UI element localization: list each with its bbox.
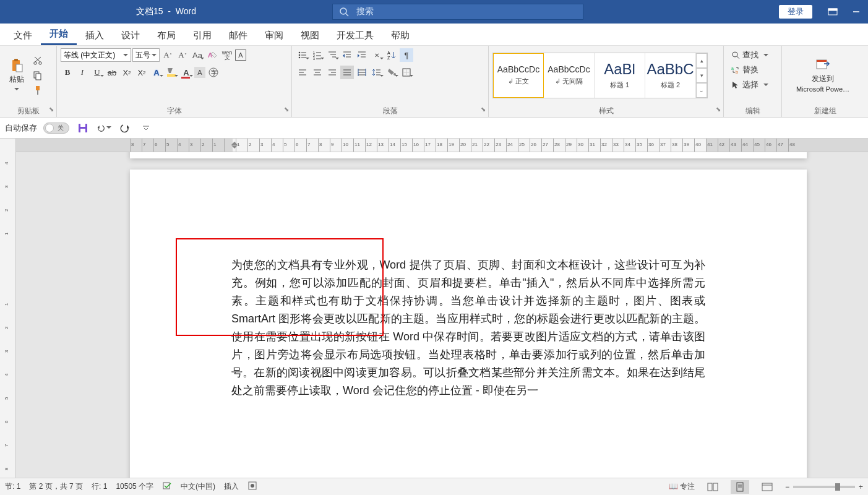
grow-font-button[interactable]: A˄ [161,48,174,62]
sort-button[interactable]: AZ [385,48,398,62]
highlight-button[interactable] [165,66,178,79]
phonetic-guide-button[interactable]: wen文 [220,48,234,62]
status-page[interactable]: 第 2 页，共 7 页 [29,481,83,492]
zoom-control[interactable]: − + [785,483,863,491]
status-macro-icon[interactable] [247,481,257,493]
shrink-font-button[interactable]: A˅ [176,48,189,62]
align-right-button[interactable] [325,66,339,79]
view-web-layout[interactable] [758,480,776,494]
tab-design[interactable]: 设计 [113,25,148,45]
tab-references[interactable]: 引用 [184,25,220,45]
style-gallery[interactable]: AaBbCcDc↲ 正文 AaBbCcDc↲ 无间隔 AaBl标题 1 AaBb… [492,53,708,98]
superscript-button[interactable]: X2 [135,66,148,79]
character-border-button[interactable]: A [235,50,246,61]
style-heading1[interactable]: AaBl标题 1 [595,53,645,98]
asian-layout-button[interactable]: ✕ [370,48,384,62]
cut-button[interactable] [31,54,45,67]
bold-button[interactable]: B [61,66,74,79]
autosave-toggle[interactable]: 关 [43,123,69,134]
horizontal-ruler[interactable]: 8765432112345678910111213141516171819202… [16,139,868,152]
italic-button[interactable]: I [75,66,89,79]
tab-layout[interactable]: 布局 [148,25,184,45]
align-center-button[interactable] [311,66,324,79]
status-spellcheck-icon[interactable] [162,481,172,493]
tab-developer[interactable]: 开发工具 [328,25,382,45]
style-normal[interactable]: AaBbCcDc↲ 正文 [493,53,544,98]
status-focus[interactable]: 📖 专注 [669,481,695,492]
subscript-button[interactable]: X2 [120,66,134,79]
copy-button[interactable] [31,69,45,82]
send-to-icon [815,58,830,72]
tab-insert[interactable]: 插入 [77,25,113,45]
bullets-button[interactable] [296,48,309,62]
hanging-indent-marker[interactable] [231,145,238,152]
font-color-button[interactable]: A [179,66,193,79]
view-print-layout[interactable] [731,480,749,494]
document-area[interactable]: 为使您的文档具有专业外观，Word 提供了页眉、页脚、封面和文本框设计，这些设计… [16,152,868,478]
window-title: 文档15 - Word [136,6,196,17]
style-nospacing[interactable]: AaBbCcDc↲ 无间隔 [544,53,595,98]
zoom-out-button[interactable]: − [785,483,789,491]
distributed-button[interactable] [355,66,369,79]
align-left-button[interactable] [296,66,309,79]
format-painter-button[interactable] [31,84,45,97]
change-case-button[interactable]: Aa [191,48,204,62]
zoom-in-button[interactable]: + [859,483,863,491]
group-clipboard-label: 剪贴板 [17,106,40,116]
justify-button[interactable] [340,66,354,79]
tab-review[interactable]: 审阅 [256,25,292,45]
status-language[interactable]: 中文(中国) [181,481,215,492]
strikethrough-button[interactable]: ab [105,66,119,79]
tab-file[interactable]: 文件 [5,25,41,45]
minimize-button[interactable] [844,0,868,24]
font-name-combo[interactable]: 等线 (中文正文) [61,48,131,62]
send-to-powerpoint-button[interactable]: 发送到 Microsoft Powe… [786,55,860,95]
enclose-character-button[interactable]: 字 [207,66,220,79]
show-marks-button[interactable]: ¶ [400,48,413,62]
line-spacing-button[interactable] [370,66,384,79]
styles-launcher[interactable]: ⬊ [716,106,721,113]
login-button[interactable]: 登录 [779,5,812,19]
style-scroll[interactable]: ▴▾⌄ [696,53,707,98]
status-insert-mode[interactable]: 插入 [224,481,239,492]
numbering-button[interactable]: 123 [311,48,324,62]
ribbon-display-options-button[interactable] [821,0,844,24]
paste-button[interactable]: 粘贴 [4,56,30,95]
tab-help[interactable]: 帮助 [382,25,418,45]
view-read-mode[interactable] [703,480,722,494]
character-shading-button[interactable]: A [194,67,205,78]
save-button[interactable] [75,121,90,136]
tab-view[interactable]: 视图 [292,25,328,45]
status-word-count[interactable]: 10505 个字 [116,481,153,492]
zoom-slider[interactable] [793,486,855,488]
undo-button[interactable] [97,121,111,136]
ribbon: 粘贴 剪贴板⬊ 等线 (中文正文) 五号 A˄ A˅ Aa A wen文 A [0,46,868,118]
font-launcher[interactable]: ⬊ [284,106,289,113]
print-layout-icon [736,482,744,492]
paragraph-launcher[interactable]: ⬊ [481,106,486,113]
find-button[interactable]: 查找 [728,48,772,62]
font-size-combo[interactable]: 五号 [132,48,160,62]
borders-button[interactable] [400,66,413,79]
replace-button[interactable]: ab替换 [728,63,762,77]
status-line[interactable]: 行: 1 [92,481,107,492]
decrease-indent-button[interactable] [340,48,354,62]
select-button[interactable]: 选择 [728,78,772,92]
redo-button[interactable] [118,121,132,136]
shading-button[interactable] [385,66,398,79]
multilevel-list-button[interactable] [325,48,339,62]
increase-indent-button[interactable] [355,48,369,62]
underline-button[interactable]: U [90,66,104,79]
svg-line-11 [35,57,40,62]
first-line-indent-marker[interactable] [231,139,238,145]
search-box[interactable]: 搜索 [332,4,583,20]
tab-home[interactable]: 开始 [41,23,77,45]
qat-customize-button[interactable] [139,121,153,136]
tab-mail[interactable]: 邮件 [220,25,256,45]
clipboard-launcher[interactable]: ⬊ [49,106,54,113]
vertical-ruler[interactable]: 432112345678 [0,139,16,478]
style-heading2[interactable]: AaBbC标题 2 [645,53,696,98]
status-section[interactable]: 节: 1 [5,481,20,492]
text-effects-button[interactable]: A [150,66,163,79]
clear-format-button[interactable]: A [205,48,219,62]
